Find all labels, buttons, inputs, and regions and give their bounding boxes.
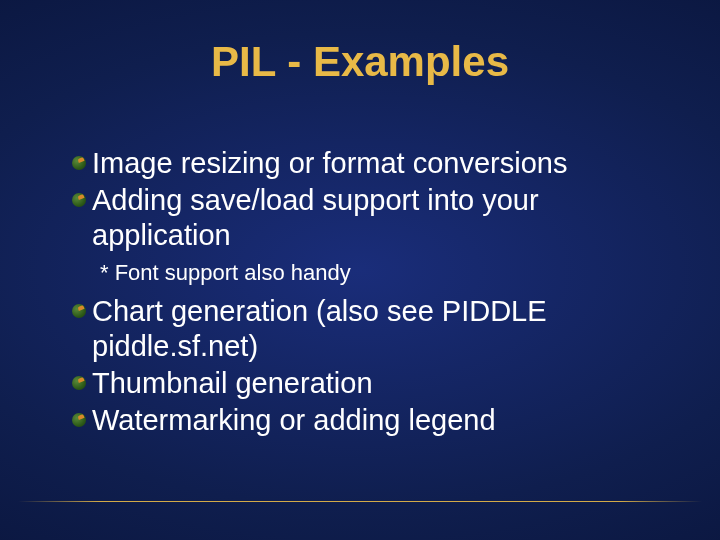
list-item: Image resizing or format conversions <box>72 146 670 181</box>
slide: PIL - Examples Image resizing or format … <box>0 0 720 540</box>
divider-line <box>18 501 702 502</box>
bullet-icon <box>72 193 86 207</box>
bullet-icon <box>72 376 86 390</box>
bullet-text: Image resizing or format conversions <box>92 146 567 181</box>
bullet-icon <box>72 156 86 170</box>
bullet-text: Adding save/load support into your appli… <box>92 183 670 253</box>
bullet-text: Thumbnail generation <box>92 366 373 401</box>
list-item: Adding save/load support into your appli… <box>72 183 670 253</box>
bullet-icon <box>72 413 86 427</box>
slide-body: Image resizing or format conversions Add… <box>72 146 670 440</box>
bullet-icon <box>72 304 86 318</box>
bullet-text: Chart generation (also see PIDDLE piddle… <box>92 294 670 364</box>
list-item: Thumbnail generation <box>72 366 670 401</box>
sub-note: * Font support also handy <box>100 260 670 286</box>
bullet-text: Watermarking or adding legend <box>92 403 496 438</box>
slide-title: PIL - Examples <box>0 38 720 86</box>
list-item: Watermarking or adding legend <box>72 403 670 438</box>
list-item: Chart generation (also see PIDDLE piddle… <box>72 294 670 364</box>
